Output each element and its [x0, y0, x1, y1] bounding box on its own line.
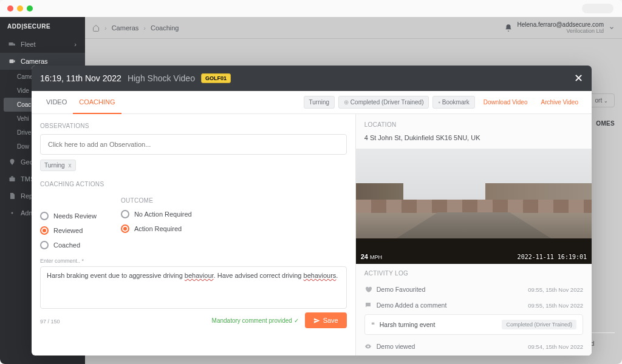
activity-quote: ❝ Harsh turning event Completed (Driver … [364, 314, 583, 335]
video-timestamp-overlay: 2022-11-11 16:19:01 [518, 254, 587, 260]
activity-row: Demo Added a comment09:55, 15th Nov 2022 [364, 297, 583, 313]
activity-row: Demo Favourited09:55, 15th Nov 2022 [364, 281, 583, 297]
coaching-form: OBSERVATIONS Turning x COACHING ACTIONS … [32, 114, 355, 356]
topbar: › Cameras › Coaching Helena.ferraro@adds… [85, 17, 622, 39]
maximize-window-icon[interactable] [27, 5, 33, 12]
breadcrumb-cameras[interactable]: Cameras [112, 24, 139, 32]
activity-row: Demo viewed09:54, 15th Nov 2022 [364, 339, 583, 354]
user-email: Helena.ferraro@addsecure.com [518, 21, 604, 28]
send-icon [313, 317, 320, 324]
nav-cameras-label: Cameras [21, 58, 48, 65]
svg-rect-1 [10, 59, 14, 63]
window-titlebar [0, 0, 622, 17]
gear-icon [9, 209, 16, 217]
location-address: 4 St John St, Dukinfield SK16 5NU, UK [364, 134, 583, 141]
heart-icon [364, 286, 372, 293]
chip-completed[interactable]: ⊕ Completed (Driver Trained) [338, 96, 429, 109]
save-button[interactable]: Save [305, 312, 347, 328]
svg-rect-2 [10, 178, 15, 182]
comment-icon [364, 302, 372, 309]
chip-turning[interactable]: Turning [304, 96, 335, 109]
briefcase-icon [9, 175, 16, 183]
download-video-link[interactable]: Download Video [479, 96, 533, 108]
coaching-modal: 16:19, 11th Nov 2022 High Shock Video GO… [32, 66, 592, 356]
radio-reviewed[interactable]: Reviewed [40, 226, 97, 235]
video-thumbnail[interactable]: 24 MPH 2022-11-11 16:19:01 [356, 149, 592, 264]
char-count: 97 / 150 [40, 318, 60, 325]
activity-log-label: ACTIVITY LOG [364, 270, 583, 277]
tab-coaching[interactable]: COACHING [73, 91, 121, 114]
location-label: LOCATION [364, 121, 583, 128]
brand-logo: ADD|SECURE [0, 17, 85, 36]
user-org: Verilocation Ltd [518, 28, 604, 34]
url-pill [582, 4, 613, 13]
svg-point-3 [12, 212, 13, 214]
outcomes-heading: OMES [596, 120, 615, 127]
modal-title: High Shock Video [128, 73, 195, 83]
truck-icon [9, 41, 16, 48]
archive-video-link[interactable]: Archive Video [536, 96, 583, 108]
svg-rect-0 [9, 42, 13, 46]
details-panel: LOCATION 4 St John St, Dukinfield SK16 5… [355, 114, 592, 356]
activity-status-pill: Completed (Driver Trained) [502, 320, 576, 329]
observation-tag-turning: Turning x [40, 160, 76, 171]
outcome-label: OUTCOME [121, 197, 192, 204]
modal-timestamp: 16:19, 11th Nov 2022 [40, 73, 121, 83]
radio-no-action[interactable]: No Action Required [121, 210, 192, 218]
user-menu[interactable]: Helena.ferraro@addsecure.com Verilocatio… [504, 21, 615, 34]
nav-fleet-label: Fleet [21, 41, 35, 48]
radio-coached[interactable]: Coached [40, 241, 97, 249]
observations-label: OBSERVATIONS [40, 123, 347, 129]
document-icon [9, 192, 16, 200]
modal-tabs: VIDEO COACHING Turning ⊕ Completed (Driv… [32, 91, 592, 114]
comment-label: Enter comment.. * [40, 258, 347, 264]
comment-textarea[interactable]: Harsh braking event due to aggressive dr… [40, 266, 347, 309]
remove-tag-button[interactable]: x [69, 162, 72, 169]
camera-icon [9, 58, 16, 65]
mandatory-ok-text: Mandatory comment provided ✓ [212, 317, 299, 324]
chevron-down-icon[interactable] [609, 25, 615, 31]
activity-row: Uploaded to cloud16:38, 11th Nov 2022 [364, 354, 583, 356]
modal-vehicle-badge: GOLF01 [201, 73, 231, 83]
chip-bookmark[interactable]: ▪ Bookmark [432, 96, 474, 109]
close-modal-button[interactable]: ✕ [574, 72, 583, 85]
video-speed-overlay: 24 MPH [361, 253, 382, 260]
coaching-actions-label: COACHING ACTIONS [40, 181, 347, 187]
breadcrumb: › Cameras › Coaching [92, 24, 501, 32]
eye-icon [364, 343, 372, 350]
export-button[interactable]: ort ⌄ [589, 93, 615, 107]
tab-video[interactable]: VIDEO [40, 91, 73, 114]
nav-fleet[interactable]: Fleet › [0, 36, 85, 53]
modal-header: 16:19, 11th Nov 2022 High Shock Video GO… [32, 66, 592, 91]
close-window-icon[interactable] [7, 5, 13, 12]
quote-icon: ❝ [371, 321, 375, 328]
radio-action-required[interactable]: Action Required [121, 224, 192, 233]
bell-icon[interactable] [504, 24, 513, 32]
pin-icon [9, 158, 16, 166]
minimize-window-icon[interactable] [17, 5, 23, 12]
radio-needs-review[interactable]: Needs Review [40, 212, 97, 220]
observation-input[interactable] [40, 134, 347, 155]
home-icon[interactable] [92, 24, 100, 32]
breadcrumb-coaching[interactable]: Coaching [151, 24, 179, 32]
